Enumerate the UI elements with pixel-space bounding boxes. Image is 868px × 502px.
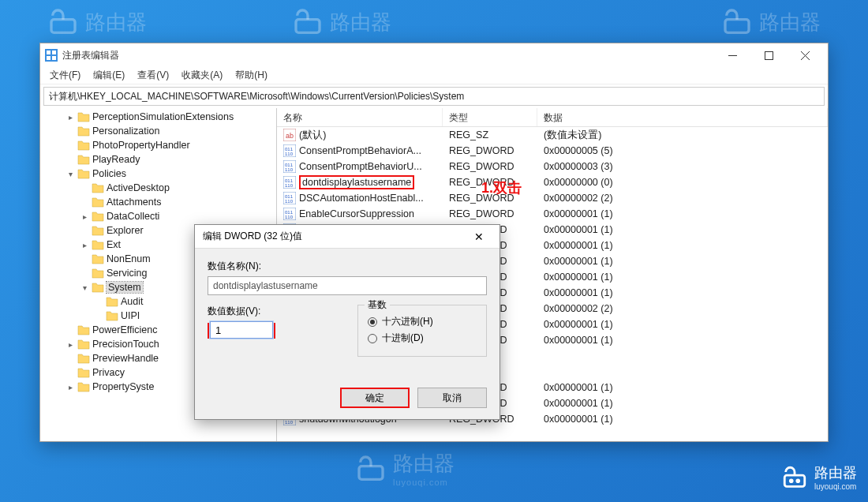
- menu-help[interactable]: 帮助(H): [230, 67, 272, 84]
- svg-rect-9: [52, 51, 56, 54]
- value-name-field[interactable]: [208, 276, 487, 295]
- value-row[interactable]: ab(默认)REG_SZ(数值未设置): [277, 127, 828, 143]
- svg-text:110: 110: [285, 167, 294, 172]
- svg-rect-11: [52, 56, 56, 60]
- svg-rect-3: [359, 466, 383, 479]
- value-data-highlight: [208, 323, 275, 339]
- logo-badge: 路由器 luyouqi.com: [781, 463, 857, 491]
- maximize-button[interactable]: [750, 44, 787, 66]
- tree-item[interactable]: ActiveDesktop: [40, 181, 276, 195]
- svg-rect-13: [765, 51, 773, 59]
- svg-text:110: 110: [285, 215, 294, 219]
- minimize-button[interactable]: [714, 44, 750, 66]
- svg-text:110: 110: [285, 183, 294, 188]
- svg-point-5: [790, 479, 792, 481]
- tree-item[interactable]: Attachments: [40, 195, 276, 209]
- radix-group: 基数 十六进制(H) 十进制(D): [357, 305, 487, 357]
- dialog-titlebar[interactable]: 编辑 DWORD (32 位)值 ✕: [195, 225, 499, 249]
- svg-rect-0: [51, 20, 75, 33]
- svg-rect-4: [784, 475, 805, 486]
- dialog-close-button[interactable]: ✕: [466, 230, 492, 243]
- svg-text:ab: ab: [286, 132, 294, 140]
- value-data-field[interactable]: [210, 321, 273, 339]
- value-row[interactable]: 011110dontdisplaylastusernameREG_DWORD0x…: [277, 174, 828, 190]
- window-title: 注册表编辑器: [62, 49, 714, 62]
- value-row[interactable]: 011110ConsentPromptBehaviorU...REG_DWORD…: [277, 159, 828, 174]
- list-header[interactable]: 名称 类型 数据: [277, 108, 828, 127]
- tree-item[interactable]: PhotoPropertyHandler: [40, 138, 276, 152]
- value-name-label: 数值名称(N):: [208, 260, 487, 273]
- radix-dec[interactable]: 十进制(D): [368, 332, 477, 345]
- svg-rect-1: [725, 20, 749, 33]
- svg-rect-8: [47, 51, 51, 54]
- brand-text: 路由器: [393, 450, 455, 478]
- menu-file[interactable]: 文件(F): [45, 67, 85, 84]
- close-button[interactable]: [787, 44, 823, 66]
- brand-text: 路由器: [759, 9, 821, 36]
- tree-item[interactable]: ▾Policies: [40, 167, 276, 181]
- tree-item[interactable]: Personalization: [40, 124, 276, 138]
- menu-favorites[interactable]: 收藏夹(A): [177, 67, 227, 84]
- svg-rect-2: [296, 20, 320, 33]
- menu-view[interactable]: 查看(V): [133, 67, 174, 84]
- svg-text:110: 110: [285, 152, 294, 156]
- value-row[interactable]: 011110EnableCursorSuppressionREG_DWORD0x…: [277, 206, 828, 222]
- tree-item[interactable]: ▸PerceptionSimulationExtensions: [40, 110, 276, 124]
- tree-item[interactable]: ▸DataCollecti: [40, 209, 276, 223]
- brand-sub: luyouqi.com: [393, 478, 455, 487]
- titlebar[interactable]: 注册表编辑器: [40, 43, 828, 67]
- brand-text: 路由器: [85, 9, 147, 36]
- cancel-button[interactable]: 取消: [417, 388, 487, 408]
- dialog-title: 编辑 DWORD (32 位)值: [203, 230, 466, 243]
- svg-point-6: [797, 479, 799, 481]
- value-data-label: 数值数据(V):: [208, 305, 342, 318]
- svg-text:110: 110: [285, 199, 294, 204]
- ok-button[interactable]: 确定: [340, 388, 410, 408]
- regedit-icon: [45, 49, 58, 62]
- col-type[interactable]: 类型: [443, 108, 537, 126]
- radix-legend: 基数: [365, 298, 390, 312]
- tree-item[interactable]: PlayReady: [40, 152, 276, 167]
- svg-text:110: 110: [285, 420, 294, 425]
- menubar: 文件(F) 编辑(E) 查看(V) 收藏夹(A) 帮助(H): [40, 67, 828, 84]
- radix-hex[interactable]: 十六进制(H): [368, 315, 477, 328]
- menu-edit[interactable]: 编辑(E): [88, 67, 129, 84]
- col-data[interactable]: 数据: [537, 108, 828, 126]
- col-name[interactable]: 名称: [277, 108, 443, 126]
- value-row[interactable]: 011110DSCAutomationHostEnabl...REG_DWORD…: [277, 190, 828, 206]
- edit-dword-dialog: 编辑 DWORD (32 位)值 ✕ 数值名称(N): 数值数据(V): 基数 …: [194, 224, 500, 420]
- value-row[interactable]: 011110ConsentPromptBehaviorA...REG_DWORD…: [277, 143, 828, 159]
- svg-rect-10: [47, 56, 51, 60]
- brand-text: 路由器: [330, 9, 391, 36]
- address-bar[interactable]: 计算机\HKEY_LOCAL_MACHINE\SOFTWARE\Microsof…: [43, 87, 825, 106]
